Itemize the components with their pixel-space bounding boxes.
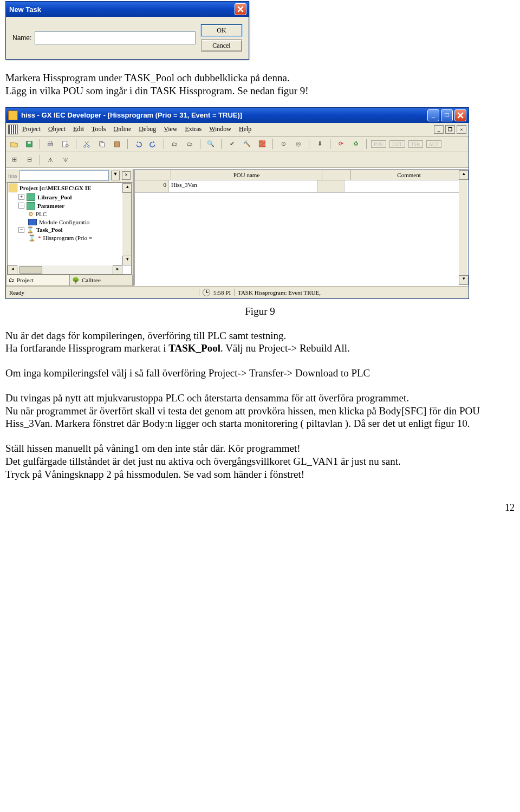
project-selector-label: hiss xyxy=(8,172,17,179)
grid-corner[interactable] xyxy=(135,170,171,180)
grid-vscroll[interactable]: ▴ ▾ xyxy=(459,170,467,285)
table-row[interactable]: 0 Hiss_3Van xyxy=(135,180,467,193)
folder-icon xyxy=(9,184,17,192)
app-titlebar[interactable]: hiss - GX IEC Developer - [Hissprogram (… xyxy=(6,108,469,123)
app-window: hiss - GX IEC Developer - [Hissprogram (… xyxy=(5,107,469,299)
scroll-down-icon[interactable]: ▾ xyxy=(459,275,469,285)
label-act[interactable]: ACT xyxy=(426,140,441,148)
label-pou[interactable]: POU xyxy=(371,140,386,148)
app-title-text: hiss - GX IEC Developer - [Hissprogram (… xyxy=(21,111,242,119)
menu-online[interactable]: Online xyxy=(114,125,132,133)
mdi-icon[interactable] xyxy=(8,125,18,134)
menu-window[interactable]: Window xyxy=(209,125,231,133)
stb-1-icon[interactable]: ⊞ xyxy=(8,154,20,166)
page-number: 12 xyxy=(5,502,515,514)
tree-node-parameter[interactable]: − Parameter xyxy=(8,202,131,210)
ok-button[interactable]: OK xyxy=(201,24,242,36)
task-grid[interactable]: POU name Comment 0 Hiss_3Van ▴ ▾ xyxy=(134,169,469,286)
tool-a-icon[interactable]: 🗂 xyxy=(168,138,180,150)
redo-icon[interactable] xyxy=(147,138,159,150)
dialog-titlebar[interactable]: New Task xyxy=(6,2,249,17)
open-icon[interactable] xyxy=(8,138,20,150)
scroll-up-icon[interactable]: ▴ xyxy=(459,170,469,180)
tree-node-project[interactable]: Project [c:\MELSEC\GX IE xyxy=(8,183,131,193)
tool-b-icon[interactable]: 🗂 xyxy=(184,138,196,150)
copy-icon[interactable] xyxy=(96,138,108,150)
mdi-close[interactable]: × xyxy=(457,125,466,134)
scroll-down-icon[interactable]: ▾ xyxy=(122,256,132,265)
menu-view[interactable]: View xyxy=(164,125,177,133)
svg-rect-2 xyxy=(48,143,53,146)
task-icon: ⌛ xyxy=(28,235,36,242)
menu-help[interactable]: Help xyxy=(239,125,251,133)
minimize-button[interactable]: _ xyxy=(427,109,439,121)
row-index: 0 xyxy=(135,180,169,192)
menu-tools[interactable]: Tools xyxy=(92,125,106,133)
svg-rect-11 xyxy=(116,140,118,142)
tree-node-hissprogram[interactable]: ⌛* Hissprogram (Prio = xyxy=(8,234,131,242)
toolbar-secondary: ⊞ ⊟ ⩚ ⩛ xyxy=(6,152,469,168)
project-selector[interactable] xyxy=(20,170,109,181)
monitor-icon[interactable]: ⊙ xyxy=(277,138,289,150)
cancel-button[interactable]: Cancel xyxy=(201,40,242,51)
tree-node-library[interactable]: + Library_Pool xyxy=(8,193,131,202)
tree-hscroll[interactable]: ◂ ▸ xyxy=(8,265,122,274)
menu-object[interactable]: Object xyxy=(48,125,66,133)
tab-calltree[interactable]: 🌳 Calltree xyxy=(69,275,133,286)
menu-project[interactable]: Project xyxy=(22,125,41,133)
paragraph: Ställ hissen manuellt på våning1 om den … xyxy=(5,442,515,480)
menu-edit[interactable]: Edit xyxy=(73,125,84,133)
stb-2-icon[interactable]: ⊟ xyxy=(23,154,35,166)
menu-debug[interactable]: Debug xyxy=(139,125,156,133)
find-icon[interactable]: 🔍 xyxy=(205,138,217,150)
col-comment[interactable]: Comment xyxy=(351,170,467,180)
paste-icon[interactable] xyxy=(111,138,123,150)
menu-extras[interactable]: Extras xyxy=(185,125,202,133)
combo-dropdown-icon[interactable]: ▼ xyxy=(111,171,120,180)
figure-caption: Figur 9 xyxy=(5,306,515,317)
rebuild-icon[interactable]: 🧱 xyxy=(256,138,268,150)
name-label: Name: xyxy=(12,34,31,42)
check-icon[interactable]: ✔ xyxy=(226,138,238,150)
cell-comment[interactable] xyxy=(344,180,467,192)
close-button[interactable] xyxy=(454,109,466,121)
maximize-button[interactable]: □ xyxy=(441,109,453,121)
print-icon[interactable] xyxy=(44,138,56,150)
menubar: Project Object Edit Tools Online Debug V… xyxy=(22,125,434,133)
cut-icon[interactable] xyxy=(81,138,93,150)
col-pou-name[interactable]: POU name xyxy=(171,170,322,180)
project-tree[interactable]: Project [c:\MELSEC\GX IE + Library_Pool … xyxy=(7,183,132,275)
tab-project[interactable]: 🗂 Project xyxy=(6,275,69,286)
build-icon[interactable]: 🔨 xyxy=(241,138,253,150)
cell-pou-name[interactable]: Hiss_3Van xyxy=(169,180,318,192)
name-input[interactable] xyxy=(35,31,196,44)
collapse-icon[interactable]: − xyxy=(18,203,24,209)
stb-4-icon[interactable]: ⩛ xyxy=(60,154,72,166)
tree-vscroll[interactable]: ▴ ▾ xyxy=(122,183,131,265)
tree-node-plc[interactable]: ⚙ PLC xyxy=(8,210,131,218)
paragraph: Nu är det dags för kompileringen, överfö… xyxy=(5,329,515,355)
collapse-icon[interactable]: − xyxy=(18,227,24,233)
expand-icon[interactable]: + xyxy=(18,194,24,200)
undo-icon[interactable] xyxy=(132,138,144,150)
paragraph: Markera Hissprogram under TASK_Pool och … xyxy=(5,72,515,98)
refresh-icon[interactable]: ⟳ xyxy=(335,138,347,150)
scroll-up-icon[interactable]: ▴ xyxy=(122,183,132,193)
recycle-icon[interactable]: ♻ xyxy=(350,138,362,150)
panel-close-icon[interactable]: × xyxy=(122,171,131,180)
label-dut[interactable]: DUT xyxy=(389,140,405,148)
scroll-right-icon[interactable]: ▸ xyxy=(113,265,122,275)
save-icon[interactable] xyxy=(23,138,35,150)
close-icon[interactable] xyxy=(235,3,246,15)
target-icon[interactable]: ◎ xyxy=(292,138,304,150)
clock-icon xyxy=(203,289,210,296)
stb-3-icon[interactable]: ⩚ xyxy=(44,154,56,166)
mdi-minimize[interactable]: _ xyxy=(434,125,444,134)
download-icon[interactable]: ⬇ xyxy=(314,138,326,150)
scroll-left-icon[interactable]: ◂ xyxy=(8,265,17,275)
tree-node-module[interactable]: Module Configuratio xyxy=(8,218,131,226)
tree-node-taskpool[interactable]: − ⌛ Task_Pool xyxy=(8,226,131,234)
mdi-restore[interactable]: ❐ xyxy=(445,125,455,134)
print-preview-icon[interactable] xyxy=(60,138,72,150)
label-tsk[interactable]: TSK xyxy=(408,140,423,148)
